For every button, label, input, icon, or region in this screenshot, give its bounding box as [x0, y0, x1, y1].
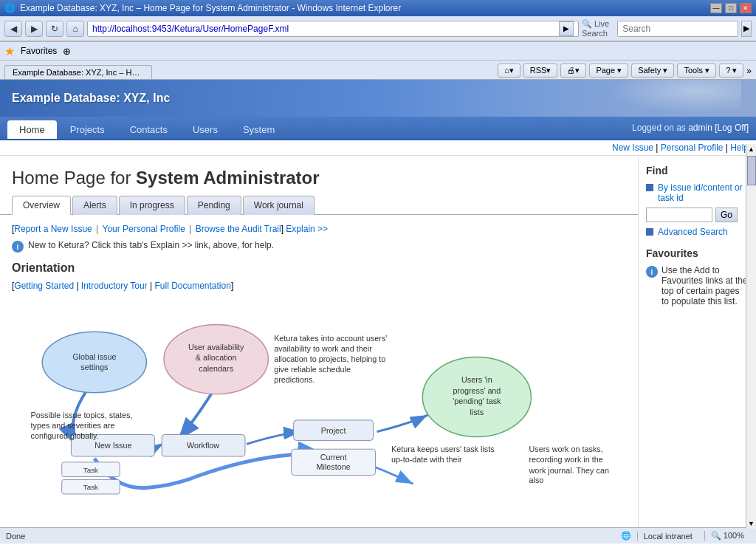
minimize-button[interactable]: — — [710, 3, 722, 13]
tab-pending[interactable]: Pending — [187, 196, 241, 215]
advanced-search-bullet — [646, 228, 653, 236]
full-documentation-link[interactable]: Full Documentation — [154, 281, 230, 291]
tools-button[interactable]: Tools ▾ — [677, 64, 716, 78]
users-task-label4: lists — [470, 408, 484, 417]
milestone-label1: Current — [320, 453, 347, 462]
personal-profile-link[interactable]: Personal Profile — [661, 143, 724, 153]
window-controls[interactable]: — □ ✕ — [710, 3, 752, 13]
project-label: Project — [321, 426, 346, 435]
explain-link[interactable]: Explain >> — [286, 224, 328, 234]
admin-link[interactable]: admin — [688, 123, 712, 133]
back-button[interactable]: ◀ — [4, 21, 22, 37]
home-button[interactable]: ⌂ — [66, 21, 84, 37]
info-text: New to Ketura? Click this tab's Explain … — [28, 240, 274, 250]
search-input[interactable] — [617, 21, 738, 37]
tab-in-progress[interactable]: In progress — [119, 196, 185, 215]
task2-label: Task — [83, 483, 98, 491]
advanced-search-link[interactable]: Advanced Search — [658, 227, 728, 237]
getting-started-link[interactable]: Getting Started — [14, 281, 74, 291]
tab-work-journal[interactable]: Work journal — [243, 196, 315, 215]
zone-label: Local intranet — [637, 532, 698, 541]
refresh-button[interactable]: ↻ — [46, 21, 63, 37]
info-icon: i — [12, 241, 24, 253]
favourites-section: Favourites i Use the Add to Favourites l… — [646, 247, 749, 306]
status-text: Done — [6, 532, 25, 541]
favourites-title: Favourites — [646, 247, 749, 259]
nav-tab-projects[interactable]: Projects — [58, 120, 117, 139]
title-bar-text: Example Database: XYZ, Inc – Home Page f… — [20, 3, 401, 13]
new-issue-link[interactable]: New Issue — [612, 143, 653, 153]
help-button[interactable]: ? ▾ — [719, 64, 743, 78]
find-by-id-label[interactable]: By issue id/content or task id — [658, 182, 749, 203]
browse-audit-trail-link[interactable]: Browse the Audit Trail — [196, 224, 281, 234]
browser-tab-main[interactable]: Example Database: XYZ, Inc – Home Page f… — [4, 65, 152, 79]
live-search-logo: 🔍 Live Search — [582, 19, 614, 38]
nav-tab-contacts[interactable]: Contacts — [118, 120, 179, 139]
find-title: Find — [646, 165, 749, 176]
diagram-area: Global issue settings User availability … — [12, 303, 626, 495]
advanced-search-item: Advanced Search — [646, 227, 749, 237]
search-section: 🔍 Live Search ▶ — [582, 19, 752, 38]
browser-icon: 🌐 — [4, 3, 16, 13]
favorites-label[interactable]: Favorites — [21, 46, 57, 56]
orientation-links: [Getting Started | Introductory Tour | F… — [12, 281, 626, 291]
your-personal-profile-link[interactable]: Your Personal Profile — [103, 224, 185, 234]
rss-button[interactable]: RSS▾ — [523, 64, 558, 78]
page-button[interactable]: Page ▾ — [589, 64, 628, 78]
address-bar[interactable]: ▶ — [87, 21, 579, 37]
find-go-button[interactable]: Go — [715, 208, 738, 222]
nav-tab-users[interactable]: Users — [181, 120, 230, 139]
sub-tabs: Overview Alerts In progress Pending Work… — [0, 196, 638, 215]
workflow-diagram: Global issue settings User availability … — [12, 303, 626, 495]
address-input[interactable] — [92, 24, 556, 34]
status-bar: Done 🌐 Local intranet 🔍 100% — [0, 527, 756, 544]
task1-label: Task — [83, 466, 98, 474]
status-right: 🌐 Local intranet 🔍 100% — [621, 531, 750, 541]
favourites-info: i Use the Add to Favourites links at the… — [646, 265, 749, 306]
address-go-button[interactable]: ▶ — [559, 21, 574, 36]
page-title-bold: System Administrator — [136, 168, 320, 188]
info-box: i New to Ketura? Click this tab's Explai… — [12, 240, 626, 253]
fav-info-icon: i — [646, 266, 658, 278]
report-new-issue-link[interactable]: Report a New Issue — [14, 224, 92, 234]
ketura-desc-block: Ketura takes into account users' availab… — [274, 333, 388, 405]
safety-button[interactable]: Safety ▾ — [631, 64, 674, 78]
forward-button[interactable]: ▶ — [25, 21, 43, 37]
users-task-label1: Users 'in — [461, 375, 492, 384]
title-bar: 🌐 Example Database: XYZ, Inc – Home Page… — [0, 0, 756, 16]
tab-content-overview: [Report a New Issue | Your Personal Prof… — [0, 215, 638, 504]
find-input[interactable] — [646, 208, 712, 222]
app-header: Example Database: XYZ, Inc — [0, 80, 756, 117]
scroll-down-button[interactable]: ▼ — [746, 518, 756, 527]
users-task-label2: progress' and — [453, 386, 501, 395]
maximize-button[interactable]: □ — [725, 3, 737, 13]
scroll-thumb[interactable] — [747, 156, 756, 185]
user-avail-label3: calendars — [199, 364, 233, 373]
add-favorites-icon[interactable]: ⊕ — [63, 46, 71, 57]
global-settings-label: Global issue — [72, 352, 116, 361]
nav-tab-home[interactable]: Home — [7, 120, 57, 139]
search-go-button[interactable]: ▶ — [741, 21, 752, 37]
home-toolbar-button[interactable]: ⌂▾ — [498, 64, 520, 78]
tab-overview[interactable]: Overview — [12, 196, 71, 215]
inner-links: [Report a New Issue | Your Personal Prof… — [12, 224, 626, 234]
right-sidebar: Find By issue id/content or task id Go A… — [638, 156, 756, 527]
logoff-link[interactable]: [Log Off] — [715, 123, 749, 133]
toolbar-expand[interactable]: » — [746, 66, 752, 76]
ketura-keeps-text: Ketura keeps users' task lists up-to-dat… — [391, 444, 498, 495]
introductory-tour-link[interactable]: Introductory Tour — [81, 281, 148, 291]
tab-alerts[interactable]: Alerts — [72, 196, 117, 215]
logged-on-info: Logged on as admin [Log Off] — [632, 123, 749, 133]
nav-bar: ◀ ▶ ↻ ⌂ ▶ 🔍 Live Search ▶ — [0, 16, 756, 41]
global-settings-label2: settings — [80, 363, 108, 371]
vertical-scrollbar[interactable]: ▲ ▼ — [746, 156, 756, 527]
possible-issue-text: Possible issue topics, states, types and… — [31, 410, 138, 453]
quick-links: New Issue | Personal Profile | Help — [0, 140, 756, 156]
close-button[interactable]: ✕ — [740, 3, 752, 13]
print-button[interactable]: 🖨▾ — [560, 64, 586, 78]
nav-tab-system[interactable]: System — [231, 120, 286, 139]
favorites-star-icon: ★ — [4, 44, 15, 58]
zone-icon: 🌐 — [621, 531, 631, 541]
user-avail-label1: User availability — [188, 343, 244, 352]
zoom-control[interactable]: 🔍 100% — [704, 531, 750, 541]
